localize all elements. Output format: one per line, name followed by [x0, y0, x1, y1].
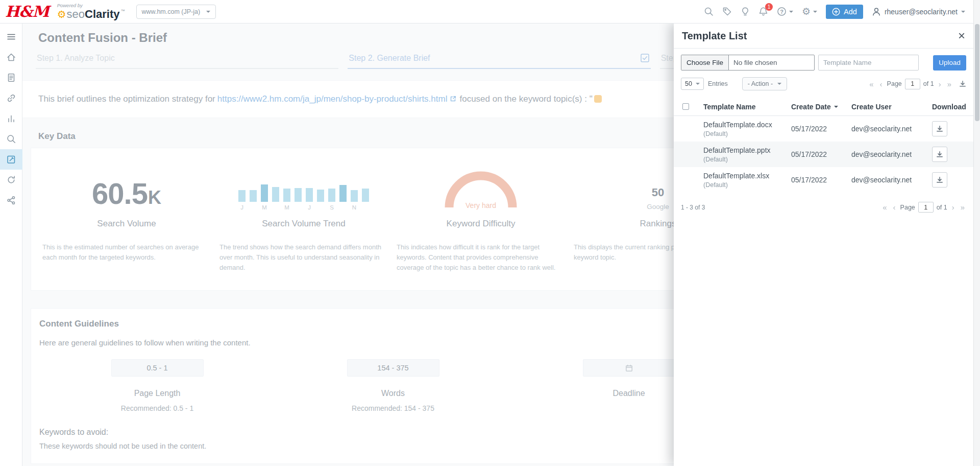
template-list-panel: Template List × Choose File No file chos…	[674, 24, 973, 466]
column-header-create-user[interactable]: Create User	[845, 103, 926, 111]
file-input[interactable]: Choose File No file chosen	[681, 55, 815, 71]
column-header-template-name[interactable]: Template Name	[697, 103, 785, 111]
column-header-download[interactable]: Download	[926, 103, 973, 111]
lightbulb-icon[interactable]	[741, 7, 750, 16]
gear-icon: ⚙	[802, 7, 811, 16]
pagination-bottom: « ‹ Page of 1 › »	[881, 202, 966, 213]
sync-icon	[6, 175, 16, 185]
sidebar-item-home[interactable]	[0, 47, 22, 67]
plus-circle-icon	[832, 8, 840, 16]
brand-gear-icon: ⚙	[57, 9, 66, 20]
template-create-date: 05/17/2022	[785, 176, 845, 184]
settings-menu[interactable]: ⚙	[802, 7, 817, 16]
close-icon[interactable]: ×	[958, 30, 965, 42]
home-icon	[6, 52, 16, 62]
sidebar-item-analytics[interactable]	[0, 108, 22, 129]
brand-clarity-text: Clarity	[85, 9, 119, 20]
page-of-label: of 1	[937, 204, 947, 211]
pagination-last-button[interactable]: »	[946, 80, 953, 88]
left-sidebar	[0, 24, 22, 466]
chevron-down-icon	[813, 11, 817, 13]
action-dropdown-label: - Action -	[748, 80, 773, 87]
add-button-label: Add	[844, 8, 857, 16]
page-label: Page	[900, 204, 915, 211]
scrollbar-thumb[interactable]	[975, 24, 979, 121]
user-email: rheuser@seoclarity.net	[885, 8, 958, 16]
template-name: DefaultTemplate.xlsx	[703, 172, 785, 180]
sidebar-item-links[interactable]	[0, 88, 22, 108]
template-row: DefaultTemplate.xlsx (Default) 05/17/202…	[674, 167, 973, 193]
page-of-label: of 1	[923, 80, 934, 87]
result-count: 1 - 3 of 3	[681, 204, 705, 211]
export-icon[interactable]	[959, 80, 966, 87]
page-label: Page	[887, 80, 902, 87]
column-header-create-date[interactable]: Create Date	[785, 103, 845, 111]
page-number-input[interactable]	[905, 79, 920, 89]
template-default-tag: (Default)	[703, 130, 785, 137]
domain-selector-value: www.hm.com (JP-ja)	[142, 8, 201, 15]
choose-file-button[interactable]: Choose File	[681, 55, 729, 70]
page-scrollbar[interactable]	[973, 0, 980, 466]
pagination-top: « ‹ Page of 1 › »	[868, 79, 953, 89]
sidebar-item-menu[interactable]	[0, 27, 22, 47]
notifications-bell-icon[interactable]: 1	[758, 7, 768, 16]
select-all-checkbox[interactable]	[682, 103, 689, 110]
template-create-user: dev@seoclarity.net	[845, 150, 926, 158]
sidebar-item-sync[interactable]	[0, 170, 22, 190]
user-menu[interactable]: rheuser@seoclarity.net	[872, 7, 965, 16]
seoclarity-logo[interactable]: Powered by ⚙ seo Clarity ™	[57, 3, 125, 20]
sidebar-item-content-fusion[interactable]	[0, 149, 22, 170]
download-icon	[936, 125, 943, 132]
template-create-user: dev@seoclarity.net	[845, 176, 926, 184]
column-header-label: Create Date	[791, 103, 831, 111]
document-icon	[6, 73, 16, 83]
user-icon	[872, 7, 881, 16]
brand-seo-text: seo	[67, 9, 85, 20]
download-icon	[936, 151, 943, 158]
sidebar-item-share[interactable]	[0, 190, 22, 211]
page-size-select[interactable]: 50	[681, 78, 704, 90]
chevron-down-icon	[777, 83, 781, 85]
chevron-down-icon	[961, 11, 965, 13]
search-icon	[6, 134, 16, 144]
template-row: DefaultTemplate.docx (Default) 05/17/202…	[674, 116, 973, 142]
pagination-next-button[interactable]: ›	[937, 80, 943, 88]
upload-button[interactable]: Upload	[933, 55, 966, 71]
template-default-tag: (Default)	[703, 156, 785, 163]
action-dropdown[interactable]: - Action -	[742, 77, 787, 90]
notification-badge: 1	[765, 3, 773, 11]
pagination-last-button[interactable]: »	[959, 203, 966, 211]
search-icon[interactable]	[704, 7, 714, 16]
add-button[interactable]: Add	[826, 5, 863, 19]
sidebar-item-reports[interactable]	[0, 67, 22, 88]
panel-title: Template List	[682, 30, 747, 42]
question-icon: ?	[777, 7, 787, 16]
template-name: DefaultTemplate.docx	[703, 121, 785, 129]
link-icon	[6, 93, 16, 103]
template-name: DefaultTemplate.pptx	[703, 146, 785, 154]
page-size-value: 50	[685, 80, 692, 87]
share-icon	[6, 195, 16, 205]
domain-selector[interactable]: www.hm.com (JP-ja)	[136, 5, 216, 19]
hm-logo[interactable]: H&M	[5, 3, 49, 20]
download-button[interactable]	[932, 147, 947, 162]
pagination-prev-button[interactable]: ‹	[878, 80, 884, 88]
download-button[interactable]	[932, 172, 947, 188]
download-button[interactable]	[932, 121, 947, 136]
help-menu[interactable]: ?	[777, 7, 793, 16]
pagination-next-button[interactable]: ›	[950, 203, 956, 211]
chevron-down-icon	[789, 11, 793, 13]
download-icon	[936, 176, 943, 183]
template-name-input[interactable]	[818, 55, 919, 71]
hamburger-icon	[6, 32, 16, 42]
tag-icon[interactable]	[722, 7, 732, 16]
entries-label: Entries	[708, 80, 728, 87]
chevron-down-icon	[696, 83, 700, 85]
pagination-prev-button[interactable]: ‹	[892, 203, 897, 211]
pagination-first-button[interactable]: «	[868, 80, 875, 88]
pagination-first-button[interactable]: «	[881, 203, 888, 211]
question-glyph: ?	[777, 7, 787, 16]
page-number-input[interactable]	[918, 202, 934, 213]
bar-chart-icon	[6, 113, 16, 124]
sidebar-item-research[interactable]	[0, 129, 22, 149]
